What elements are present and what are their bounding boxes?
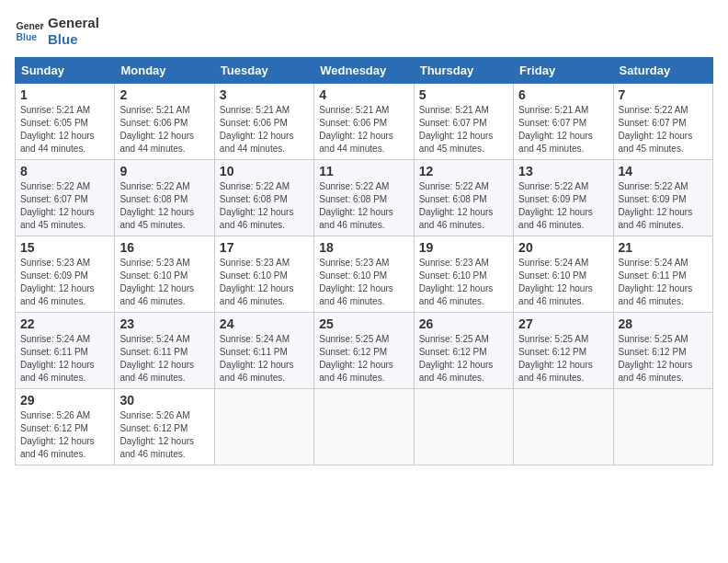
day-number: 25	[319, 316, 408, 331]
calendar-cell: 21Sunrise: 5:24 AM Sunset: 6:11 PM Dayli…	[613, 236, 712, 313]
calendar-cell: 19Sunrise: 5:23 AM Sunset: 6:10 PM Dayli…	[414, 236, 513, 313]
day-info: Sunrise: 5:25 AM Sunset: 6:12 PM Dayligh…	[619, 333, 708, 385]
day-number: 9	[119, 164, 209, 178]
day-number: 13	[518, 164, 608, 178]
calendar-header-wednesday: Wednesday	[314, 58, 414, 84]
day-info: Sunrise: 5:22 AM Sunset: 6:07 PM Dayligh…	[20, 180, 109, 232]
calendar-cell	[214, 389, 313, 465]
day-info: Sunrise: 5:26 AM Sunset: 6:12 PM Dayligh…	[119, 409, 209, 461]
day-info: Sunrise: 5:25 AM Sunset: 6:12 PM Dayligh…	[419, 333, 508, 385]
calendar-cell	[314, 389, 414, 465]
calendar-cell: 10Sunrise: 5:22 AM Sunset: 6:08 PM Dayli…	[214, 160, 313, 236]
calendar-cell: 8Sunrise: 5:22 AM Sunset: 6:07 PM Daylig…	[16, 160, 115, 236]
calendar-cell	[613, 389, 712, 465]
calendar-cell	[414, 389, 513, 465]
calendar-cell: 14Sunrise: 5:22 AM Sunset: 6:09 PM Dayli…	[613, 160, 712, 236]
day-info: Sunrise: 5:24 AM Sunset: 6:11 PM Dayligh…	[220, 333, 309, 385]
day-info: Sunrise: 5:24 AM Sunset: 6:10 PM Dayligh…	[518, 257, 608, 308]
day-info: Sunrise: 5:21 AM Sunset: 6:06 PM Dayligh…	[220, 104, 309, 155]
calendar-cell: 1Sunrise: 5:21 AM Sunset: 6:05 PM Daylig…	[16, 84, 115, 160]
day-info: Sunrise: 5:22 AM Sunset: 6:07 PM Dayligh…	[619, 104, 708, 155]
calendar-cell: 20Sunrise: 5:24 AM Sunset: 6:10 PM Dayli…	[514, 236, 613, 313]
day-number: 23	[119, 316, 209, 331]
calendar-cell: 26Sunrise: 5:25 AM Sunset: 6:12 PM Dayli…	[414, 313, 513, 389]
day-info: Sunrise: 5:22 AM Sunset: 6:09 PM Dayligh…	[518, 180, 608, 232]
calendar-body: 1Sunrise: 5:21 AM Sunset: 6:05 PM Daylig…	[16, 84, 713, 465]
day-number: 2	[119, 87, 209, 102]
day-info: Sunrise: 5:25 AM Sunset: 6:12 PM Dayligh…	[518, 333, 608, 385]
calendar-cell: 24Sunrise: 5:24 AM Sunset: 6:11 PM Dayli…	[214, 313, 313, 389]
day-info: Sunrise: 5:22 AM Sunset: 6:09 PM Dayligh…	[619, 180, 708, 232]
calendar-week-row: 1Sunrise: 5:21 AM Sunset: 6:05 PM Daylig…	[16, 84, 713, 160]
calendar-header-tuesday: Tuesday	[214, 58, 313, 84]
day-number: 21	[619, 240, 708, 255]
calendar-cell: 3Sunrise: 5:21 AM Sunset: 6:06 PM Daylig…	[214, 84, 313, 160]
calendar-table: SundayMondayTuesdayWednesdayThursdayFrid…	[15, 57, 713, 465]
day-number: 11	[319, 164, 408, 178]
day-number: 6	[518, 87, 608, 102]
day-info: Sunrise: 5:22 AM Sunset: 6:08 PM Dayligh…	[419, 180, 508, 232]
day-info: Sunrise: 5:22 AM Sunset: 6:08 PM Dayligh…	[319, 180, 408, 232]
day-info: Sunrise: 5:24 AM Sunset: 6:11 PM Dayligh…	[119, 333, 209, 385]
day-number: 29	[20, 393, 109, 408]
logo-general: General	[48, 15, 99, 31]
calendar-cell: 25Sunrise: 5:25 AM Sunset: 6:12 PM Dayli…	[314, 313, 414, 389]
day-info: Sunrise: 5:23 AM Sunset: 6:10 PM Dayligh…	[220, 257, 309, 308]
day-number: 18	[319, 240, 408, 255]
day-info: Sunrise: 5:21 AM Sunset: 6:07 PM Dayligh…	[518, 104, 608, 155]
calendar-cell: 23Sunrise: 5:24 AM Sunset: 6:11 PM Dayli…	[115, 313, 214, 389]
calendar-header-monday: Monday	[115, 58, 214, 84]
day-info: Sunrise: 5:21 AM Sunset: 6:06 PM Dayligh…	[119, 104, 209, 155]
day-number: 22	[20, 316, 109, 331]
day-number: 24	[220, 316, 309, 331]
calendar-cell: 15Sunrise: 5:23 AM Sunset: 6:09 PM Dayli…	[16, 236, 115, 313]
day-number: 1	[20, 87, 109, 102]
calendar-cell: 18Sunrise: 5:23 AM Sunset: 6:10 PM Dayli…	[314, 236, 414, 313]
day-number: 15	[20, 240, 109, 255]
day-number: 28	[619, 316, 708, 331]
day-info: Sunrise: 5:21 AM Sunset: 6:05 PM Dayligh…	[20, 104, 109, 155]
day-info: Sunrise: 5:26 AM Sunset: 6:12 PM Dayligh…	[20, 409, 109, 461]
day-info: Sunrise: 5:23 AM Sunset: 6:09 PM Dayligh…	[20, 257, 109, 308]
day-number: 26	[419, 316, 508, 331]
calendar-cell: 6Sunrise: 5:21 AM Sunset: 6:07 PM Daylig…	[514, 84, 613, 160]
calendar-cell: 7Sunrise: 5:22 AM Sunset: 6:07 PM Daylig…	[613, 84, 712, 160]
day-info: Sunrise: 5:25 AM Sunset: 6:12 PM Dayligh…	[319, 333, 408, 385]
calendar-header-friday: Friday	[514, 58, 613, 84]
calendar-header-sunday: Sunday	[16, 58, 115, 84]
day-number: 27	[518, 316, 608, 331]
calendar-cell: 13Sunrise: 5:22 AM Sunset: 6:09 PM Dayli…	[514, 160, 613, 236]
day-number: 8	[20, 164, 109, 178]
calendar-cell: 9Sunrise: 5:22 AM Sunset: 6:08 PM Daylig…	[115, 160, 214, 236]
calendar-cell: 27Sunrise: 5:25 AM Sunset: 6:12 PM Dayli…	[514, 313, 613, 389]
day-number: 4	[319, 87, 408, 102]
day-number: 10	[220, 164, 309, 178]
day-number: 14	[619, 164, 708, 178]
day-number: 16	[119, 240, 209, 255]
day-number: 17	[220, 240, 309, 255]
svg-text:Blue: Blue	[17, 32, 38, 42]
calendar-cell: 12Sunrise: 5:22 AM Sunset: 6:08 PM Dayli…	[414, 160, 513, 236]
logo: General Blue General Blue	[15, 15, 99, 48]
calendar-cell: 2Sunrise: 5:21 AM Sunset: 6:06 PM Daylig…	[115, 84, 214, 160]
calendar-cell: 17Sunrise: 5:23 AM Sunset: 6:10 PM Dayli…	[214, 236, 313, 313]
calendar-cell: 22Sunrise: 5:24 AM Sunset: 6:11 PM Dayli…	[16, 313, 115, 389]
calendar-cell: 30Sunrise: 5:26 AM Sunset: 6:12 PM Dayli…	[115, 389, 214, 465]
calendar-header-saturday: Saturday	[613, 58, 712, 84]
day-info: Sunrise: 5:22 AM Sunset: 6:08 PM Dayligh…	[220, 180, 309, 232]
day-info: Sunrise: 5:21 AM Sunset: 6:06 PM Dayligh…	[319, 104, 408, 155]
logo-blue: Blue	[48, 31, 99, 48]
calendar-week-row: 22Sunrise: 5:24 AM Sunset: 6:11 PM Dayli…	[16, 313, 713, 389]
day-info: Sunrise: 5:23 AM Sunset: 6:10 PM Dayligh…	[319, 257, 408, 308]
day-number: 7	[619, 87, 708, 102]
calendar-cell: 5Sunrise: 5:21 AM Sunset: 6:07 PM Daylig…	[414, 84, 513, 160]
calendar-cell: 11Sunrise: 5:22 AM Sunset: 6:08 PM Dayli…	[314, 160, 414, 236]
calendar-cell: 29Sunrise: 5:26 AM Sunset: 6:12 PM Dayli…	[16, 389, 115, 465]
day-info: Sunrise: 5:24 AM Sunset: 6:11 PM Dayligh…	[20, 333, 109, 385]
calendar-week-row: 15Sunrise: 5:23 AM Sunset: 6:09 PM Dayli…	[16, 236, 713, 313]
page-header: General Blue General Blue	[15, 15, 713, 48]
calendar-cell: 4Sunrise: 5:21 AM Sunset: 6:06 PM Daylig…	[314, 84, 414, 160]
calendar-header-thursday: Thursday	[414, 58, 513, 84]
day-number: 20	[518, 240, 608, 255]
logo-icon: General Blue	[15, 17, 44, 46]
